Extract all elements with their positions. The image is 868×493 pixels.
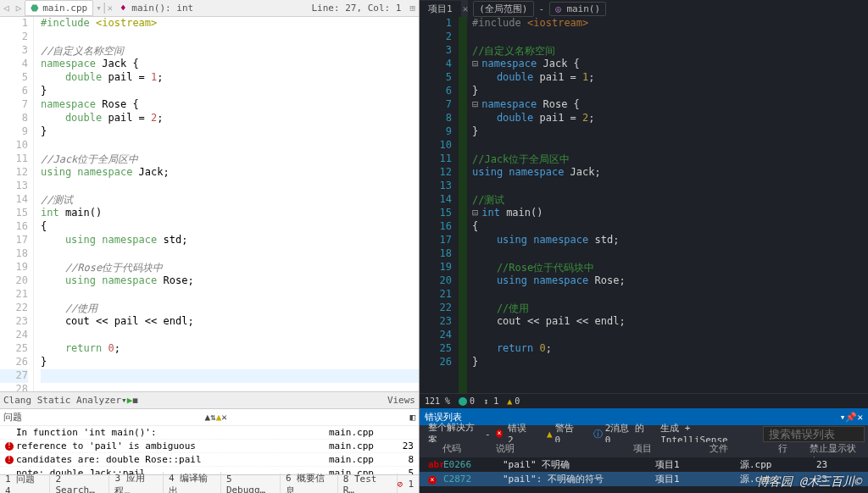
right-code-editor[interactable]: 123 456 789 101112 131415 161718 192021 … [420, 17, 868, 393]
dropdown-icon[interactable]: ▾ [840, 412, 846, 423]
analyzer-label: Clang Static Analyzer [3, 395, 121, 406]
col-file[interactable]: 文件 [706, 442, 775, 457]
error-search-input[interactable] [763, 426, 865, 442]
problems-panel: 问题 ▲ ⇅ ▲ ✕ ◧ In function 'int main()':ma… [0, 408, 419, 474]
clear-icon[interactable]: ✕ [221, 412, 227, 423]
stop-icon[interactable]: ◼ [132, 395, 138, 406]
close-panel-icon[interactable]: ✕ [857, 412, 863, 423]
caret-indicator: ↕ 1 [483, 396, 498, 406]
sort-icon[interactable]: ⇅ [210, 412, 216, 423]
file-tab-label: main.cpp [42, 3, 87, 14]
status-tab-2[interactable]: 2 Search… [50, 474, 109, 494]
right-tabs: 项目1 ✕ (全局范围) - ◎ main() [420, 0, 868, 17]
status-tab-8[interactable]: 8 Test R… [338, 474, 398, 494]
project-tab[interactable]: 项目1 [420, 1, 461, 17]
status-tab-5[interactable]: 5 Debugg… [221, 474, 281, 494]
col-suppress[interactable]: 禁止显示状态 [806, 442, 863, 457]
error-count: 1 [403, 479, 419, 490]
error-list-panel: 错误列表 ▾ 📌 ✕ 整个解决方案- ×错误 2 ▲警告 0 ⓘ2消息 的 0 … [420, 408, 868, 493]
problems-title: 问题 [3, 411, 22, 424]
run-icon[interactable]: ▶ [127, 395, 133, 406]
filter-icon[interactable]: ▲ [204, 412, 210, 423]
left-status-bar: 1 问题 4 2 Search… 3 应用程… 4 编译输出 5 Debugg…… [0, 474, 419, 493]
right-editor-status: 121 % 0 ↕ 1 ▲0 [420, 393, 868, 408]
status-tab-4[interactable]: 4 编译输出 [164, 472, 221, 494]
split-btn[interactable]: ⊞ [406, 3, 419, 14]
breadcrumb-func[interactable]: ♦ main(): int [115, 3, 198, 14]
project-tab-label: 项目1 [428, 3, 453, 15]
col-proj[interactable]: 项目 [630, 442, 706, 457]
col-code[interactable]: 代码 [439, 442, 492, 457]
right-editor-pane: 项目1 ✕ (全局范围) - ◎ main() 123 456 789 1011… [420, 0, 868, 493]
views-label[interactable]: Views [387, 395, 415, 406]
status-tab-6[interactable]: 6 概要信息 [281, 472, 338, 494]
problem-row[interactable]: In function 'int main()':main.cpp [0, 426, 419, 440]
cursor-position: Line: 27, Col: 1 [306, 3, 406, 14]
error-columns: 代码 说明 项目 文件 行 禁止显示状态 [420, 442, 868, 457]
error-count-icon[interactable]: ⊘ [398, 479, 403, 490]
problem-row[interactable]: !reference to 'pail' is ambiguousmain.cp… [0, 440, 419, 453]
right-code-body[interactable]: #include <iostream> //自定义名称空间 ⊟namespace… [467, 17, 868, 393]
col-line[interactable]: 行 [775, 442, 806, 457]
pin-icon[interactable]: 📌 [845, 412, 857, 423]
problems-body[interactable]: In function 'int main()':main.cpp!refere… [0, 426, 419, 474]
change-margin [459, 17, 467, 393]
left-toolbar: ◁ ▷ ⬣ main.cpp ▾│✕ ♦ main(): int Line: 2… [0, 0, 419, 17]
warn-icon[interactable]: ▲ [216, 412, 222, 423]
problem-row[interactable]: !candidates are: double Rose::pailmain.c… [0, 453, 419, 467]
status-tab-1[interactable]: 1 问题 4 [0, 473, 50, 494]
left-editor-pane: ◁ ▷ ⬣ main.cpp ▾│✕ ♦ main(): int Line: 2… [0, 0, 420, 493]
error-row[interactable]: ×C2872"pail": 不明确的符号项目1源.cpp23 [420, 472, 868, 486]
zoom-level[interactable]: 121 % [425, 396, 450, 406]
func-dropdown[interactable]: ◎ main() [549, 2, 606, 16]
nav-back[interactable]: ◁ [0, 3, 13, 14]
error-rows[interactable]: abrE0266"pail" 不明确项目1源.cpp23×C2872"pail"… [420, 457, 868, 493]
left-gutter: 123 4▾56 7▾89 101112 1314 15▾16▾ 171819 … [0, 17, 34, 391]
error-row[interactable]: abrE0266"pail" 不明确项目1源.cpp23 [420, 457, 868, 472]
issues-indicator[interactable]: 0 [459, 396, 475, 406]
analyzer-bar: Clang Static Analyzer ▾ ▶ ◼ Views [0, 391, 419, 408]
scope-dropdown[interactable]: (全局范围) [473, 1, 533, 17]
right-gutter: 123 456 789 101112 131415 161718 192021 … [420, 17, 459, 393]
analyzer-dropdown[interactable]: ▾ [121, 395, 127, 406]
close-tab[interactable]: ▾│✕ [93, 3, 115, 14]
file-tab[interactable]: ⬣ main.cpp [25, 0, 93, 16]
close-project-tab[interactable]: ✕ [463, 3, 469, 14]
collapse-icon[interactable]: ◧ [409, 412, 415, 423]
left-code-editor[interactable]: 123 4▾56 7▾89 101112 1314 15▾16▾ 171819 … [0, 17, 419, 391]
nav-fwd[interactable]: ▷ [13, 3, 25, 14]
warn-indicator[interactable]: ▲0 [507, 396, 520, 406]
left-code-body[interactable]: #include <iostream> //自定义名称空间 namespace … [34, 17, 419, 391]
status-tab-3[interactable]: 3 应用程… [109, 472, 164, 494]
col-desc[interactable]: 说明 [492, 442, 630, 457]
cpp-icon: ⬣ [31, 3, 39, 14]
